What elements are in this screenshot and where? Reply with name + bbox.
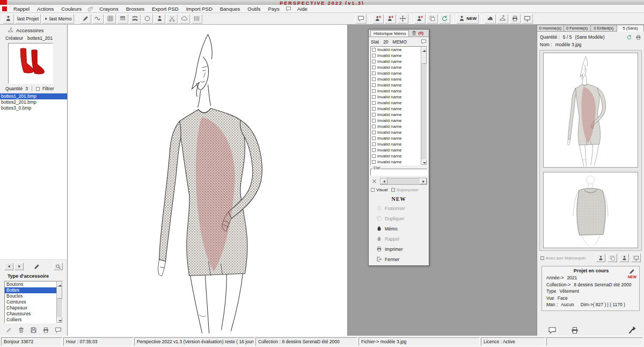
- type-item[interactable]: Colliers: [5, 317, 56, 323]
- memo-item-checkbox[interactable]: [372, 83, 376, 87]
- scroll-right-icon[interactable]: [420, 178, 427, 184]
- model-thumb-2[interactable]: [543, 172, 638, 248]
- drawing-canvas[interactable]: [68, 25, 348, 336]
- menu-item[interactable]: Outils: [244, 5, 264, 12]
- memo-item-checkbox[interactable]: [372, 60, 376, 63]
- last-projet-button[interactable]: last Projet: [15, 14, 41, 24]
- crowd-tool-button[interactable]: [129, 14, 141, 24]
- memo-item[interactable]: Invalid name: [371, 100, 421, 106]
- new-mannequin-button[interactable]: NEW: [456, 14, 479, 24]
- type-list-scrollbar[interactable]: [56, 281, 62, 323]
- search-accessory-button[interactable]: [54, 263, 63, 270]
- cloud-tool-button[interactable]: [179, 14, 190, 24]
- memo-item-checkbox[interactable]: [372, 113, 376, 117]
- model-tab[interactable]: 0 Homme(s): [537, 25, 564, 32]
- model-tab[interactable]: 0 Femme(s): [564, 25, 591, 32]
- superposer-checkbox[interactable]: Superposer: [391, 187, 419, 192]
- visuel-checkbox[interactable]: Visuel: [371, 187, 388, 192]
- fusionner-button[interactable]: Fusionner: [376, 204, 423, 212]
- type-item[interactable]: Chaussures: [5, 311, 56, 317]
- memo-item[interactable]: Invalid name: [371, 106, 421, 112]
- memo-item[interactable]: Invalid name: [371, 147, 421, 153]
- paperclip-icon[interactable]: [85, 6, 96, 12]
- menu-item[interactable]: Banques: [216, 5, 244, 12]
- menu-item[interactable]: Brosses: [122, 5, 148, 12]
- menu-item[interactable]: Export PSD: [148, 5, 182, 12]
- memo-item-checkbox[interactable]: [372, 77, 376, 81]
- memo-item-checkbox[interactable]: [372, 54, 376, 57]
- memo-item-checkbox[interactable]: [372, 107, 376, 111]
- memo-nav-scrollbar[interactable]: [380, 178, 427, 185]
- print-button[interactable]: [509, 14, 521, 24]
- mannequin-pose-button[interactable]: [596, 254, 605, 262]
- mannequin-copy-button[interactable]: [608, 254, 617, 262]
- menu-item[interactable]: Actions: [33, 5, 57, 12]
- scroll-thumb[interactable]: [421, 52, 427, 64]
- memo-item[interactable]: Invalid name: [371, 153, 421, 159]
- models-chat-button[interactable]: [548, 326, 557, 335]
- memo-button[interactable]: Mémo: [376, 225, 423, 233]
- grid-tool-button[interactable]: [105, 14, 116, 24]
- menu-item[interactable]: Rappel: [10, 5, 33, 12]
- memo-item[interactable]: Invalid name: [371, 118, 421, 124]
- chat-icon[interactable]: [283, 6, 294, 12]
- scroll-down-icon[interactable]: [421, 160, 427, 165]
- menu-item[interactable]: Couleurs: [57, 5, 85, 12]
- duplicate-mannequin-button[interactable]: [427, 14, 438, 24]
- memo-item[interactable]: Invalid name: [371, 129, 421, 135]
- hanger-button[interactable]: [497, 14, 508, 24]
- comb-tool-button[interactable]: [117, 14, 128, 24]
- ellipse-tool-button[interactable]: [142, 14, 153, 24]
- memo-item-checkbox[interactable]: [372, 48, 376, 52]
- memo-item-checkbox[interactable]: [372, 101, 376, 105]
- file-item[interactable]: bottes3_0.bmp: [0, 105, 67, 111]
- memo-item[interactable]: Invalid name: [371, 135, 421, 141]
- accessory-preview[interactable]: [8, 43, 53, 84]
- imprimer-button[interactable]: Imprimer: [376, 245, 423, 253]
- scroll-up-icon[interactable]: [57, 281, 62, 287]
- file-item[interactable]: bottes2_201.bmp: [0, 99, 67, 105]
- memo-item-checkbox[interactable]: [372, 154, 376, 158]
- new-project-button[interactable]: NEW: [628, 268, 636, 279]
- type-item[interactable]: Bottes: [5, 287, 56, 293]
- memo-item[interactable]: Invalid name: [371, 82, 421, 88]
- save-accessory-button[interactable]: [30, 327, 37, 334]
- iron-button[interactable]: [485, 14, 496, 24]
- memo-item-checkbox[interactable]: [372, 66, 376, 69]
- edit-accessory-button[interactable]: [5, 327, 12, 334]
- memo-item[interactable]: Invalid name: [371, 76, 421, 82]
- memo-item-checkbox[interactable]: [372, 148, 376, 152]
- print-accessory-button[interactable]: [42, 327, 49, 334]
- menu-item[interactable]: Crayons: [96, 5, 122, 12]
- model-tab[interactable]: 5 (Sans): [617, 25, 644, 32]
- memo-item[interactable]: Invalid name: [371, 70, 421, 76]
- memo-item[interactable]: Invalid name: [371, 124, 421, 129]
- last-session-icon[interactable]: [3, 14, 14, 24]
- models-print-button[interactable]: [570, 326, 579, 335]
- monitor-button[interactable]: [522, 14, 533, 24]
- models-export-button[interactable]: [628, 326, 636, 335]
- menu-item-aide[interactable]: Aide: [294, 5, 311, 12]
- add-woman-button[interactable]: [385, 14, 396, 24]
- memo-trash-button[interactable]: (0): [411, 30, 423, 37]
- type-item[interactable]: Boutons: [5, 281, 56, 287]
- memo-list-scrollbar[interactable]: [421, 47, 427, 165]
- scroll-thumb[interactable]: [57, 287, 62, 299]
- refresh-models-button[interactable]: [626, 34, 632, 40]
- memo-item[interactable]: Invalid name: [371, 47, 421, 53]
- filtrer-checkbox[interactable]: [36, 87, 40, 91]
- print-models-button[interactable]: [635, 34, 641, 40]
- hatch-tool-button[interactable]: [191, 14, 202, 24]
- memo-item-checkbox[interactable]: [372, 160, 376, 164]
- scroll-down-icon[interactable]: [57, 317, 62, 323]
- memo-item[interactable]: Invalid name: [371, 53, 421, 59]
- memo-item[interactable]: Invalid name: [371, 88, 421, 94]
- memo-item-checkbox[interactable]: [372, 136, 376, 140]
- memo-chat-button[interactable]: [421, 39, 427, 45]
- menu-item[interactable]: Import PSD: [182, 5, 216, 12]
- memo-item-checkbox[interactable]: [372, 142, 376, 146]
- mannequin-view-button[interactable]: [619, 254, 629, 262]
- delete-accessory-button[interactable]: [18, 327, 25, 334]
- type-accessoire-list[interactable]: Boutons Bottes Boucles Ceintures Chapeau…: [4, 281, 63, 323]
- file-item[interactable]: bottes1_201.bmp: [0, 93, 67, 99]
